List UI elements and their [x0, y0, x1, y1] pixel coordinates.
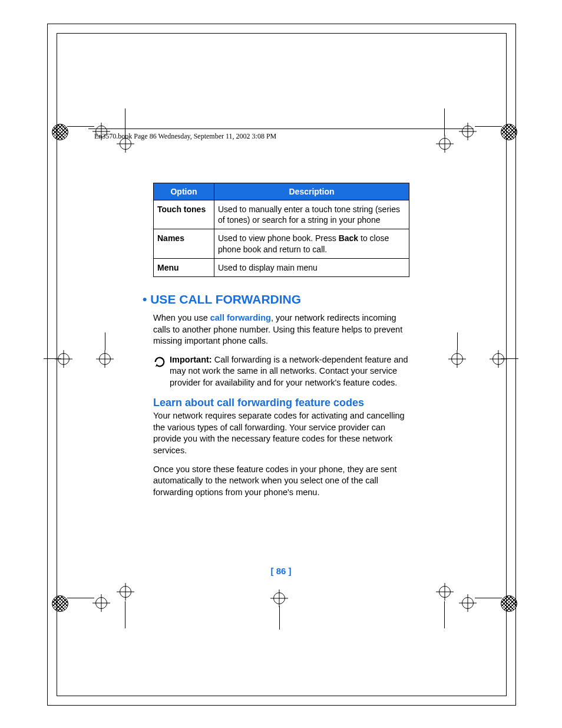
call-forwarding-link[interactable]: call forwarding [210, 313, 271, 322]
bold-text: Back [339, 233, 358, 243]
description-cell: Used to manually enter a touch tone stri… [214, 200, 409, 229]
option-cell: Touch tones [154, 200, 214, 229]
table-header-option: Option [154, 183, 214, 200]
running-header: En3570.book Page 86 Wednesday, September… [94, 132, 276, 141]
paragraph: Once you store these feature codes in yo… [153, 464, 409, 499]
important-arrow-icon [153, 355, 170, 389]
note-text: Important: Call forwarding is a network-… [170, 354, 409, 389]
table-row: Touch tones Used to manually enter a tou… [154, 200, 409, 229]
page-number: [ 86 ] [0, 566, 562, 576]
table-header-description: Description [214, 183, 409, 200]
table-row: Menu Used to display main menu [154, 258, 409, 276]
option-cell: Menu [154, 258, 214, 276]
note-label: Important: [170, 355, 212, 364]
table-row: Names Used to view phone book. Press Bac… [154, 229, 409, 258]
intro-paragraph: When you use call forwarding, your netwo… [153, 312, 409, 347]
text: When you use [153, 313, 210, 322]
section-title-text: USE CALL FORWARDING [150, 292, 301, 306]
subsection-heading: Learn about call forwarding feature code… [153, 397, 409, 409]
bullet-icon: • [143, 292, 147, 306]
page-content: Option Description Touch tones Used to m… [153, 183, 409, 505]
option-cell: Names [154, 229, 214, 258]
description-cell: Used to view phone book. Press Back to c… [214, 229, 409, 258]
text: Used to view phone book. Press [218, 233, 339, 243]
important-note: Important: Call forwarding is a network-… [153, 354, 409, 389]
header-rule [88, 129, 474, 129]
paragraph: Your network requires separate codes for… [153, 410, 409, 456]
options-table: Option Description Touch tones Used to m… [153, 183, 409, 277]
section-heading: • USE CALL FORWARDING [153, 292, 409, 307]
description-cell: Used to display main menu [214, 258, 409, 276]
